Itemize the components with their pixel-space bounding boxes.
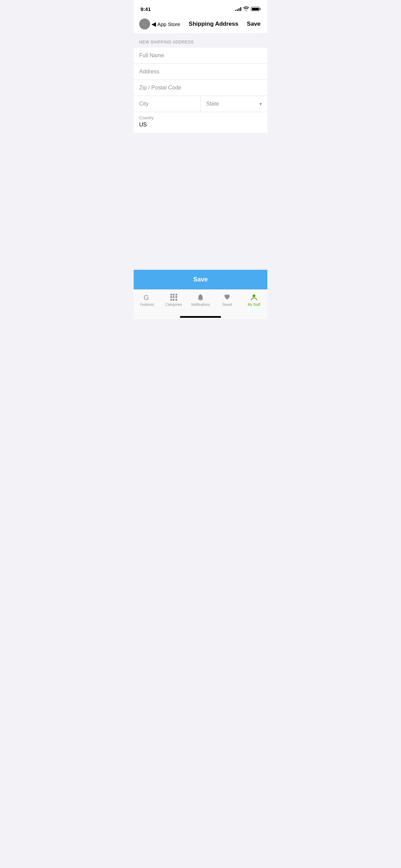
page-title: Shipping Address bbox=[189, 21, 239, 27]
full-name-field[interactable] bbox=[134, 48, 267, 64]
tab-notifications[interactable]: Notifications bbox=[190, 293, 211, 306]
tab-featured[interactable]: G Featured bbox=[137, 293, 157, 306]
status-time: 9:41 bbox=[141, 6, 151, 12]
svg-text:G: G bbox=[144, 294, 149, 301]
nav-bar: ◀ App Store Shipping Address Save bbox=[134, 15, 267, 34]
tab-categories[interactable]: Categories bbox=[163, 293, 184, 306]
back-arrow-icon: ◀ bbox=[151, 21, 156, 28]
featured-icon: G bbox=[143, 293, 151, 301]
section-header: NEW SHIPPING ADDRESS bbox=[134, 34, 267, 48]
country-value: US bbox=[139, 122, 262, 128]
address-input[interactable] bbox=[139, 69, 262, 75]
nav-save-button[interactable]: Save bbox=[247, 21, 260, 27]
battery-icon bbox=[251, 7, 260, 11]
tab-featured-label: Featured bbox=[140, 303, 154, 306]
back-button[interactable]: ◀ App Store bbox=[139, 19, 180, 29]
country-label: Country bbox=[139, 116, 262, 120]
city-state-row: State ▾ bbox=[134, 96, 267, 112]
status-icons bbox=[235, 6, 260, 12]
signal-bars-icon bbox=[235, 7, 241, 11]
save-button-container: Save bbox=[134, 270, 267, 289]
content-area bbox=[134, 133, 267, 270]
home-indicator bbox=[134, 313, 267, 319]
city-field[interactable] bbox=[134, 96, 201, 112]
tab-notifications-label: Notifications bbox=[191, 303, 210, 306]
state-select-label: State bbox=[206, 101, 219, 107]
full-name-input[interactable] bbox=[139, 52, 262, 59]
person-icon bbox=[250, 293, 258, 301]
zip-input[interactable] bbox=[139, 85, 262, 91]
tab-saved-label: Saved bbox=[222, 303, 232, 306]
section-header-label: NEW SHIPPING ADDRESS bbox=[139, 40, 194, 45]
save-button[interactable]: Save bbox=[134, 270, 267, 289]
city-input[interactable] bbox=[139, 101, 195, 107]
tab-categories-label: Categories bbox=[166, 303, 182, 306]
chevron-down-icon: ▾ bbox=[259, 101, 262, 107]
back-label: App Store bbox=[157, 21, 180, 27]
zip-field[interactable] bbox=[134, 80, 267, 96]
tab-my-stuff[interactable]: My Stuff bbox=[244, 293, 264, 306]
tab-bar: G Featured Categories bbox=[134, 289, 267, 313]
bell-icon bbox=[196, 293, 205, 301]
avatar bbox=[139, 19, 150, 29]
state-field[interactable]: State ▾ bbox=[201, 96, 268, 112]
wifi-icon bbox=[243, 6, 249, 12]
categories-icon bbox=[170, 293, 178, 301]
tab-saved[interactable]: Saved bbox=[217, 293, 238, 306]
heart-icon bbox=[223, 293, 231, 301]
address-field[interactable] bbox=[134, 64, 267, 80]
tab-my-stuff-label: My Stuff bbox=[248, 303, 260, 306]
status-bar: 9:41 bbox=[134, 0, 267, 15]
country-field: Country US bbox=[134, 112, 267, 133]
form-section: State ▾ Country US bbox=[134, 48, 267, 133]
home-bar bbox=[180, 316, 221, 318]
svg-point-1 bbox=[253, 294, 255, 297]
